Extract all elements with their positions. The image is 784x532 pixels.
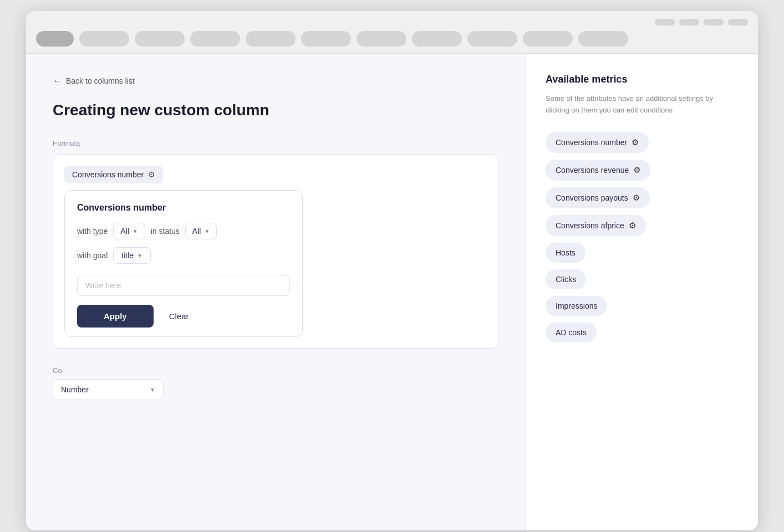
back-link[interactable]: ← Back to columns list <box>53 76 498 86</box>
browser-tab-5[interactable] <box>246 31 296 47</box>
clear-button[interactable]: Clear <box>160 305 198 328</box>
browser-chrome <box>26 11 758 54</box>
goal-chevron-icon: ▼ <box>137 253 142 259</box>
filter-row-goal: with goal title ▼ <box>77 247 290 264</box>
metric-label-7: AD costs <box>556 328 587 337</box>
with-type-label: with type <box>77 227 108 236</box>
write-input[interactable] <box>77 275 290 296</box>
back-link-text: Back to columns list <box>66 76 135 85</box>
browser-tab-9[interactable] <box>467 31 517 47</box>
page-content: ← Back to columns list Creating new cust… <box>26 54 758 530</box>
goal-select-button[interactable]: title ▼ <box>113 247 151 264</box>
type-select-display-value: Number <box>61 385 89 394</box>
page-title: Creating new custom column <box>53 101 498 119</box>
metric-gear-icon-3: ⚙ <box>629 221 636 231</box>
metric-label-0: Conversions number <box>556 138 627 147</box>
formula-box: Conversions number ⚙ Conversions number … <box>53 154 498 349</box>
type-select-wrap[interactable]: Number ▼ <box>53 379 164 400</box>
column-type-section: Co Number ▼ <box>53 366 498 400</box>
metric-label-4: Hosts <box>556 248 576 257</box>
filter-row-type: with type All ▼ in status All ▼ <box>77 223 290 239</box>
metric-chip-4[interactable]: Hosts <box>546 243 586 263</box>
browser-tab-4[interactable] <box>190 31 240 47</box>
type-select-value: All <box>120 227 129 236</box>
with-goal-label: with goal <box>77 251 108 260</box>
status-chevron-icon: ▼ <box>204 228 210 234</box>
browser-tab-8[interactable] <box>412 31 462 47</box>
formula-label: Formula <box>53 139 498 147</box>
type-select-chevron-icon: ▼ <box>150 387 155 393</box>
metric-label-1: Conversions revenue <box>556 166 629 175</box>
browser-tab-7[interactable] <box>357 31 406 47</box>
left-panel: ← Back to columns list Creating new cust… <box>26 54 525 530</box>
browser-tabs <box>36 31 748 47</box>
back-arrow-icon: ← <box>53 76 62 86</box>
metric-chip-6[interactable]: Impressions <box>546 296 607 316</box>
formula-chip-label: Conversions number <box>72 170 144 179</box>
browser-tab-2[interactable] <box>79 31 129 47</box>
apply-button[interactable]: Apply <box>77 305 154 328</box>
right-panel: Available metrics Some of the attributes… <box>525 54 758 530</box>
browser-tab-6[interactable] <box>301 31 351 47</box>
metric-chip-3[interactable]: Conversions afprice⚙ <box>546 215 646 236</box>
metrics-description: Some of the attributes have an additiona… <box>546 93 738 116</box>
browser-tab-active[interactable] <box>36 31 74 47</box>
metrics-title: Available metrics <box>546 74 738 85</box>
browser-tab-10[interactable] <box>523 31 573 47</box>
browser-tab-11[interactable] <box>578 31 628 47</box>
browser-dot-3 <box>704 19 724 25</box>
metric-label-5: Clicks <box>556 275 576 284</box>
metric-label-3: Conversions afprice <box>556 221 624 230</box>
browser-window: ← Back to columns list Creating new cust… <box>26 11 758 530</box>
metric-chip-5[interactable]: Clicks <box>546 269 586 289</box>
browser-dot-4 <box>728 19 748 25</box>
metric-gear-icon-2: ⚙ <box>633 193 640 203</box>
popup-card: Conversions number with type All ▼ in st… <box>64 190 303 337</box>
metric-chip-7[interactable]: AD costs <box>546 323 597 342</box>
metric-chip-2[interactable]: Conversions payouts⚙ <box>546 187 650 208</box>
metric-label-6: Impressions <box>556 301 597 310</box>
browser-tab-3[interactable] <box>135 31 185 47</box>
metric-label-2: Conversions payouts <box>556 193 628 202</box>
in-status-label: in status <box>151 227 180 236</box>
formula-chip[interactable]: Conversions number ⚙ <box>64 166 163 183</box>
status-select-button[interactable]: All ▼ <box>185 223 217 239</box>
browser-dot-2 <box>679 19 699 25</box>
metric-chip-1[interactable]: Conversions revenue⚙ <box>546 160 650 181</box>
formula-chip-gear-icon: ⚙ <box>148 170 155 179</box>
popup-actions: Apply Clear <box>77 305 290 328</box>
popup-title: Conversions number <box>77 203 290 213</box>
type-chevron-icon: ▼ <box>133 228 138 234</box>
metric-gear-icon-1: ⚙ <box>633 165 640 175</box>
metrics-list: Conversions number⚙Conversions revenue⚙C… <box>546 132 738 349</box>
metric-chip-0[interactable]: Conversions number⚙ <box>546 132 649 153</box>
browser-dots <box>36 19 748 25</box>
column-section-label: Co <box>53 366 498 375</box>
status-select-value: All <box>192 227 201 236</box>
goal-select-value: title <box>121 251 134 260</box>
metric-gear-icon-0: ⚙ <box>632 137 639 147</box>
type-select-button[interactable]: All ▼ <box>113 223 145 239</box>
browser-dot-1 <box>655 19 675 25</box>
